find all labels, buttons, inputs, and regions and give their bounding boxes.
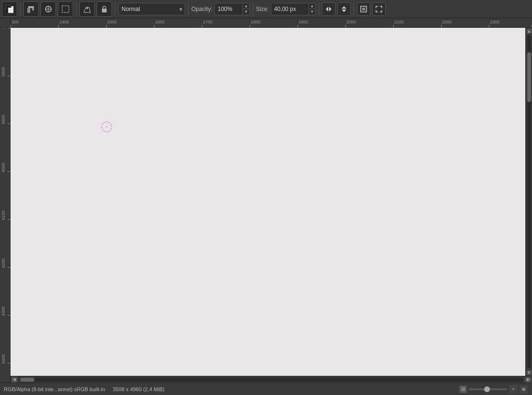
- color-mode-status: RGB/Alpha (8-bit inte...annel) sRGB buil…: [4, 386, 105, 392]
- blend-mode-wrapper: Normal Dissolve Multiply Screen ▼: [118, 3, 185, 15]
- vscroll-track[interactable]: [527, 35, 531, 368]
- svg-rect-6: [32, 8, 34, 11]
- zoom-controls: ⊟ + ⊞: [459, 385, 528, 394]
- opacity-arrows: ▲ ▼: [243, 3, 250, 15]
- toolbar-separator-3: [115, 2, 115, 16]
- toolbar-separator-5: [253, 2, 253, 16]
- brush-cursor: [101, 122, 112, 132]
- toolbar-separator-7: [354, 2, 354, 16]
- zoom-window-button[interactable]: ⊞: [520, 385, 528, 394]
- svg-marker-3: [11, 6, 13, 8]
- vertical-ruler: [0, 18, 11, 383]
- tool-icon-2[interactable]: [41, 1, 56, 17]
- flip-horizontal-icon[interactable]: [322, 2, 335, 16]
- toolbar-separator-4: [188, 2, 188, 16]
- expand-icon[interactable]: [372, 2, 386, 16]
- size-label: Size:: [256, 6, 269, 12]
- hscroll-track[interactable]: [19, 378, 523, 382]
- opacity-spinbox: 100% ▲ ▼: [214, 3, 250, 15]
- vscroll-thumb[interactable]: [527, 52, 531, 102]
- tool-icon-3[interactable]: [58, 1, 73, 17]
- dimensions-status: 3508 x 4960 (2,4 MiB): [113, 386, 165, 392]
- opacity-down-arrow[interactable]: ▼: [243, 9, 250, 15]
- svg-marker-16: [342, 10, 346, 12]
- toolbar: Normal Dissolve Multiply Screen ▼ Opacit…: [0, 0, 532, 18]
- vertical-scrollbar[interactable]: ▲ ▼: [525, 28, 532, 376]
- vscroll-down-button[interactable]: ▼: [527, 370, 532, 375]
- svg-rect-4: [27, 8, 30, 13]
- flip-vertical-icon[interactable]: [337, 2, 351, 16]
- opacity-label: Opacity:: [191, 6, 212, 12]
- opacity-value[interactable]: 100%: [214, 3, 243, 15]
- svg-marker-15: [342, 6, 346, 9]
- toolbar-separator-1: [20, 2, 21, 16]
- vscroll-up-button[interactable]: ▲: [527, 29, 532, 34]
- statusbar: RGB/Alpha (8-bit inte...annel) sRGB buil…: [0, 383, 532, 395]
- canvas[interactable]: [11, 28, 525, 376]
- zoom-slider-thumb[interactable]: [484, 386, 490, 392]
- svg-rect-1: [8, 8, 13, 13]
- lock-icon[interactable]: [97, 1, 112, 17]
- zoom-slider[interactable]: [469, 388, 507, 390]
- svg-marker-14: [329, 7, 332, 11]
- svg-rect-18: [362, 8, 365, 11]
- blend-mode-select[interactable]: Normal Dissolve Multiply Screen: [118, 3, 185, 15]
- horizontal-scrollbar[interactable]: ◀ ▶: [11, 376, 532, 383]
- opacity-up-arrow[interactable]: ▲: [243, 3, 250, 9]
- toolbar-separator-6: [319, 2, 319, 16]
- svg-point-11: [86, 7, 88, 9]
- canvas-scroll: ▲ ▼: [11, 28, 532, 376]
- size-arrows: ▲ ▼: [309, 3, 316, 15]
- zoom-plus-button[interactable]: +: [509, 385, 518, 394]
- svg-marker-13: [326, 7, 328, 11]
- svg-rect-5: [28, 6, 34, 8]
- tool-icon-1[interactable]: [23, 1, 39, 17]
- hscroll-thumb[interactable]: [20, 378, 34, 382]
- size-up-arrow[interactable]: ▲: [309, 3, 316, 9]
- brush-center-dot: [106, 126, 107, 127]
- canvas-with-rulers: ▲ ▼ ◀ ▶: [11, 18, 532, 383]
- erase-icon[interactable]: [79, 1, 95, 17]
- hscroll-right-button[interactable]: ▶: [525, 377, 531, 383]
- svg-rect-10: [62, 6, 69, 12]
- hscroll-left-button[interactable]: ◀: [11, 377, 17, 383]
- horizontal-ruler: [11, 18, 532, 28]
- canvas-area: ▲ ▼ ◀ ▶: [0, 18, 532, 383]
- svg-marker-2: [6, 10, 8, 12]
- zoom-fit-button[interactable]: ⊟: [459, 385, 467, 393]
- svg-rect-12: [102, 9, 107, 12]
- size-spinbox: 40,00 px ▲ ▼: [271, 3, 316, 15]
- toolbar-separator-2: [76, 2, 77, 16]
- size-value[interactable]: 40,00 px: [271, 3, 309, 15]
- square-icon[interactable]: [357, 2, 370, 16]
- size-down-arrow[interactable]: ▼: [309, 9, 316, 15]
- foreground-background-icon[interactable]: [2, 1, 17, 17]
